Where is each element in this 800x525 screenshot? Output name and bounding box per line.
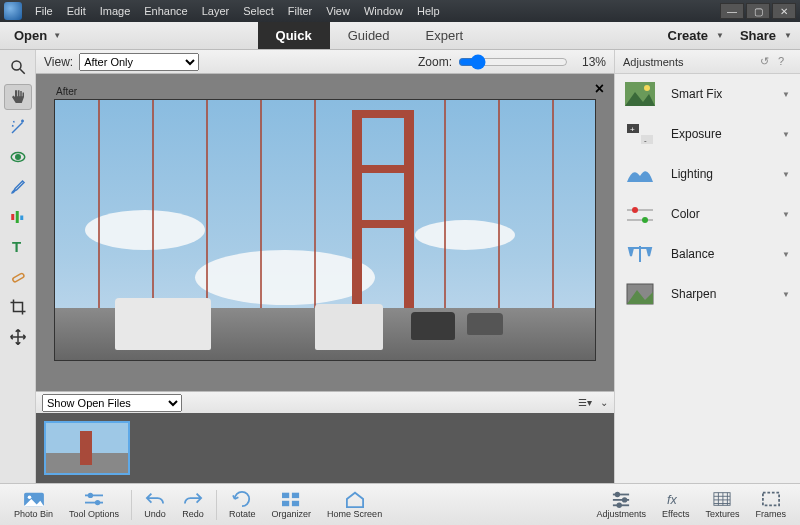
color-icon (625, 202, 655, 226)
svg-rect-8 (12, 273, 25, 283)
svg-text:+: + (630, 125, 635, 134)
svg-line-1 (20, 69, 25, 74)
workspace: View: After Only Zoom: 13% × After Show … (36, 50, 614, 483)
adj-smart-fix[interactable]: Smart Fix▼ (615, 74, 800, 114)
adj-label: Lighting (671, 167, 782, 181)
smart-fix-icon (625, 82, 655, 106)
bin-view-select[interactable]: Show Open Files (42, 394, 182, 412)
thumbnail[interactable] (44, 421, 130, 475)
bin-collapse-icon[interactable]: ⌄ (600, 397, 608, 408)
rotate-button[interactable]: Rotate (221, 490, 264, 519)
menu-filter[interactable]: Filter (281, 5, 319, 17)
image-canvas[interactable] (54, 99, 596, 361)
photo-bin-button[interactable]: Photo Bin (6, 490, 61, 519)
menu-help[interactable]: Help (410, 5, 447, 17)
tool-red-eye[interactable] (4, 144, 32, 170)
balance-icon (625, 242, 655, 266)
window-maximize-button[interactable]: ▢ (746, 3, 770, 19)
adj-exposure[interactable]: +- Exposure▼ (615, 114, 800, 154)
menu-file[interactable]: File (28, 5, 60, 17)
menu-window[interactable]: Window (357, 5, 410, 17)
undo-button[interactable]: Undo (136, 490, 174, 519)
tab-guided[interactable]: Guided (330, 22, 408, 49)
svg-point-11 (644, 85, 650, 91)
svg-rect-4 (11, 214, 14, 220)
lighting-icon (625, 162, 655, 186)
photo-bin (36, 413, 614, 483)
window-minimize-button[interactable]: — (720, 3, 744, 19)
chevron-down-icon: ▼ (782, 210, 790, 219)
tool-zoom[interactable] (4, 54, 32, 80)
zoom-value: 13% (574, 55, 606, 69)
tab-expert[interactable]: Expert (408, 22, 482, 49)
tool-brush[interactable] (4, 174, 32, 200)
adj-balance[interactable]: Balance▼ (615, 234, 800, 274)
menu-layer[interactable]: Layer (195, 5, 237, 17)
svg-rect-31 (282, 493, 289, 498)
chevron-down-icon: ▼ (782, 250, 790, 259)
zoom-slider[interactable] (458, 54, 568, 70)
view-label: View: (44, 55, 73, 69)
adj-label: Smart Fix (671, 87, 782, 101)
svg-rect-6 (20, 216, 23, 221)
svg-point-30 (96, 501, 100, 505)
options-bar: View: After Only Zoom: 13% (36, 50, 614, 74)
svg-point-40 (618, 504, 622, 508)
menu-view[interactable]: View (319, 5, 357, 17)
close-document-button[interactable]: × (595, 80, 604, 98)
create-menu-button[interactable]: Create (664, 28, 712, 43)
svg-rect-5 (15, 211, 18, 223)
title-bar: File Edit Image Enhance Layer Select Fil… (0, 0, 800, 22)
home-screen-button[interactable]: Home Screen (319, 490, 390, 519)
adj-label: Exposure (671, 127, 782, 141)
svg-text:fx: fx (667, 493, 677, 507)
menu-edit[interactable]: Edit (60, 5, 93, 17)
menu-image[interactable]: Image (93, 5, 138, 17)
adj-label: Balance (671, 247, 782, 261)
view-select[interactable]: After Only (79, 53, 199, 71)
tool-strip: T (0, 50, 36, 483)
svg-point-17 (632, 207, 638, 213)
svg-rect-33 (282, 501, 289, 506)
adjustments-tab-button[interactable]: Adjustments (589, 490, 655, 519)
frames-tab-button[interactable]: Frames (747, 490, 794, 519)
bin-list-icon[interactable]: ☰▾ (578, 397, 592, 408)
menu-enhance[interactable]: Enhance (137, 5, 194, 17)
tool-spot-heal[interactable] (4, 264, 32, 290)
open-label: Open (14, 28, 47, 43)
adj-color[interactable]: Color▼ (615, 194, 800, 234)
help-icon[interactable]: ? (778, 55, 792, 69)
menu-select[interactable]: Select (236, 5, 281, 17)
tool-move[interactable] (4, 324, 32, 350)
chevron-down-icon: ▼ (784, 31, 792, 40)
adj-label: Color (671, 207, 782, 221)
textures-tab-button[interactable]: Textures (697, 490, 747, 519)
tool-text[interactable]: T (4, 234, 32, 260)
window-close-button[interactable]: ✕ (772, 3, 796, 19)
bottom-toolbar: Photo Bin Tool Options Undo Redo Rotate … (0, 483, 800, 525)
svg-rect-34 (292, 501, 299, 506)
effects-tab-button[interactable]: fxEffects (654, 490, 697, 519)
adj-lighting[interactable]: Lighting▼ (615, 154, 800, 194)
tool-magic-wand[interactable] (4, 114, 32, 140)
open-menu-button[interactable]: Open ▼ (0, 22, 75, 49)
tab-quick[interactable]: Quick (258, 22, 330, 49)
svg-rect-14 (641, 135, 653, 144)
redo-button[interactable]: Redo (174, 490, 212, 519)
svg-point-38 (623, 498, 627, 502)
chevron-down-icon: ▼ (782, 90, 790, 99)
chevron-down-icon: ▼ (782, 290, 790, 299)
svg-rect-32 (292, 493, 299, 498)
tool-smart-brush[interactable] (4, 204, 32, 230)
svg-text:T: T (12, 238, 21, 255)
reset-icon[interactable]: ↺ (760, 55, 774, 69)
organizer-button[interactable]: Organizer (264, 490, 320, 519)
adj-sharpen[interactable]: Sharpen▼ (615, 274, 800, 314)
tool-hand[interactable] (4, 84, 32, 110)
panel-title: Adjustments (623, 56, 684, 68)
app-logo (4, 2, 22, 20)
chevron-down-icon: ▼ (53, 31, 61, 40)
share-menu-button[interactable]: Share (736, 28, 780, 43)
tool-crop[interactable] (4, 294, 32, 320)
tool-options-button[interactable]: Tool Options (61, 490, 127, 519)
